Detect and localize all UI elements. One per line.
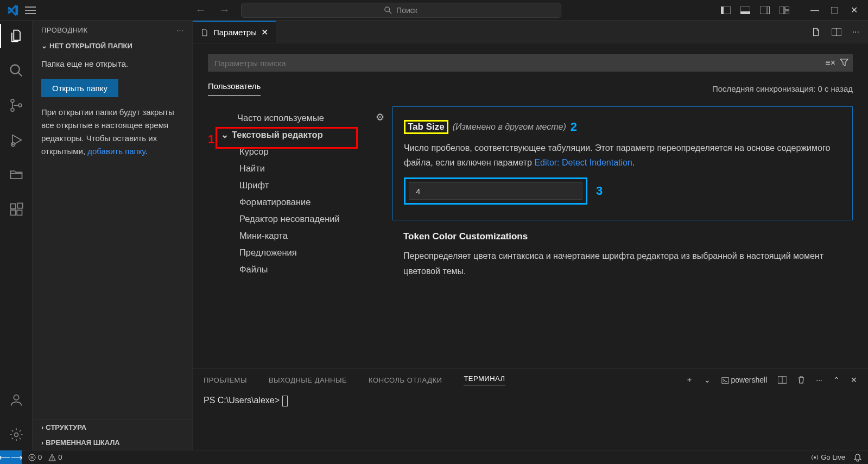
tree-diff-editor[interactable]: Редактор несовпадений: [208, 211, 392, 227]
activity-folder-icon[interactable]: [7, 165, 26, 185]
sidebar-hint-suffix: .: [145, 147, 147, 156]
nav-back-icon[interactable]: ←: [195, 4, 206, 16]
setting-token-color: Token Color Customizations Переопределяе…: [392, 220, 853, 278]
sidebar-hint: При открытии папки будут закрыты все отк…: [41, 106, 183, 158]
settings-body: ≡× Пользователь Последняя синхронизация:…: [193, 43, 868, 368]
status-errors[interactable]: 0: [28, 453, 42, 461]
menu-button[interactable]: [25, 6, 36, 15]
activity-source-control-icon[interactable]: [7, 96, 26, 115]
tab-more-icon[interactable]: ···: [852, 27, 859, 37]
toggle-panel-icon[interactable]: [740, 5, 751, 16]
activity-bar: [0, 21, 33, 450]
filter-icon[interactable]: [840, 58, 848, 68]
open-settings-json-icon[interactable]: [811, 27, 821, 37]
tree-minimap[interactable]: Мини-карта: [208, 227, 392, 244]
setting-token-color-title: Token Color Customizations: [403, 231, 842, 242]
no-folder-text: Папка еще не открыта.: [41, 58, 183, 71]
outline-section[interactable]: › СТРУКТУРА: [33, 419, 192, 435]
maximize-icon[interactable]: [829, 5, 840, 16]
desc-suffix: .: [632, 158, 635, 167]
customize-layout-icon[interactable]: [779, 5, 790, 16]
nav-arrows: ← →: [195, 4, 241, 16]
new-terminal-icon[interactable]: ＋: [686, 375, 693, 385]
split-editor-icon[interactable]: [832, 28, 841, 36]
tree-formatting[interactable]: Форматирование: [208, 194, 392, 211]
open-folder-button[interactable]: Открыть папку: [41, 79, 118, 97]
nav-forward-icon[interactable]: →: [219, 4, 230, 16]
terminal-dropdown-icon[interactable]: ⌄: [704, 376, 711, 384]
tabs-bar: Параметры ✕ ···: [193, 21, 868, 43]
error-icon: [28, 454, 36, 461]
svg-line-1: [389, 11, 391, 13]
notifications-icon[interactable]: [854, 453, 861, 462]
panel-tab-problems[interactable]: ПРОБЛЕМЫ: [204, 376, 247, 384]
kill-terminal-icon[interactable]: [797, 376, 805, 384]
activity-settings-icon[interactable]: [7, 425, 26, 444]
sidebar-more-icon[interactable]: ···: [177, 26, 183, 34]
tree-find[interactable]: Найти: [208, 160, 392, 177]
tree-cursor[interactable]: Курсор: [208, 143, 392, 160]
terminal-shell-indicator[interactable]: powershell: [721, 376, 768, 384]
timeline-section[interactable]: › ВРЕМЕННАЯ ШКАЛА: [33, 435, 192, 450]
detect-indentation-link[interactable]: Editor: Detect Indentation: [534, 158, 632, 167]
chevron-down-icon: ⌄: [221, 130, 229, 140]
panel-tab-output[interactable]: ВЫХОДНЫЕ ДАННЫЕ: [269, 376, 347, 384]
tree-font[interactable]: Шрифт: [208, 177, 392, 194]
tree-frequently-used[interactable]: Часто используемые: [208, 110, 392, 126]
activity-explorer-icon[interactable]: [7, 26, 26, 46]
svg-point-14: [11, 99, 14, 103]
main-area: ПРОВОДНИК ··· ⌄ НЕТ ОТКРЫТОЙ ПАПКИ Папка…: [0, 21, 868, 450]
maximize-panel-icon[interactable]: ⌃: [833, 376, 840, 384]
split-terminal-icon[interactable]: [778, 376, 787, 384]
warning-count: 0: [58, 453, 62, 461]
toggle-primary-sidebar-icon[interactable]: [720, 5, 731, 16]
annotation-2: 2: [571, 120, 577, 134]
status-bar: ⟵⟶ 0 0 Go Live: [0, 450, 868, 464]
setting-gear-icon[interactable]: ⚙: [376, 111, 384, 123]
activity-search-icon[interactable]: [7, 61, 26, 80]
tree-suggestions[interactable]: Предложения: [208, 244, 392, 261]
tab-settings[interactable]: Параметры ✕: [193, 21, 276, 43]
tree-text-editor-label: Текстовый редактор: [232, 130, 323, 140]
tab-size-input[interactable]: [409, 182, 582, 200]
minimize-icon[interactable]: —: [809, 5, 820, 16]
activity-extensions-icon[interactable]: [7, 200, 26, 219]
remote-indicator[interactable]: ⟵⟶: [0, 450, 22, 465]
tab-right-icons: ···: [811, 21, 868, 43]
setting-tab-size-desc: Число пробелов, соответствующее табуляци…: [404, 141, 841, 170]
panel-tab-terminal[interactable]: ТЕРМИНАЛ: [464, 374, 505, 385]
go-live-button[interactable]: Go Live: [811, 453, 845, 461]
setting-tab-size-title: Tab Size: [404, 120, 448, 134]
activity-run-debug-icon[interactable]: [7, 130, 26, 150]
settings-tab-user[interactable]: Пользователь: [208, 81, 261, 96]
setting-tab-size: ⚙ Tab Size (Изменено в другом месте) 2 Ч…: [392, 106, 853, 220]
svg-point-31: [52, 459, 53, 460]
search-icon: [384, 7, 392, 14]
tree-files[interactable]: Файлы: [208, 261, 392, 278]
terminal-content[interactable]: PS C:\Users\alexe>: [193, 391, 868, 411]
chevron-right-icon: ›: [41, 423, 43, 431]
annotation-3: 3: [596, 184, 603, 198]
tab-close-icon[interactable]: ✕: [261, 27, 268, 37]
status-warnings[interactable]: 0: [48, 453, 62, 461]
clear-search-icon[interactable]: ≡×: [825, 58, 835, 68]
command-center-search[interactable]: Поиск: [241, 3, 561, 18]
toggle-secondary-sidebar-icon[interactable]: [759, 5, 770, 16]
activity-account-icon[interactable]: [7, 390, 26, 410]
chevron-right-icon: ›: [41, 438, 43, 447]
panel-tab-debug-console[interactable]: КОНСОЛЬ ОТЛАДКИ: [369, 376, 442, 384]
panel-tabs: ПРОБЛЕМЫ ВЫХОДНЫЕ ДАННЫЕ КОНСОЛЬ ОТЛАДКИ…: [193, 369, 868, 391]
status-right: Go Live: [811, 453, 861, 462]
add-folder-link[interactable]: добавить папку: [87, 147, 145, 156]
svg-rect-9: [785, 7, 789, 10]
warning-icon: [48, 454, 56, 461]
settings-search-input[interactable]: [208, 54, 853, 72]
sidebar-header: ПРОВОДНИК ···: [33, 21, 192, 40]
close-icon[interactable]: ✕: [848, 5, 859, 16]
close-panel-icon[interactable]: ✕: [851, 376, 857, 384]
explorer-sidebar: ПРОВОДНИК ··· ⌄ НЕТ ОТКРЫТОЙ ПАПКИ Папка…: [33, 21, 193, 450]
no-folder-header[interactable]: ⌄ НЕТ ОТКРЫТОЙ ПАПКИ: [33, 40, 192, 52]
tree-text-editor[interactable]: ⌄ Текстовый редактор: [208, 126, 392, 143]
sidebar-bottom: › СТРУКТУРА › ВРЕМЕННАЯ ШКАЛА: [33, 419, 192, 450]
panel-more-icon[interactable]: ···: [816, 376, 822, 384]
